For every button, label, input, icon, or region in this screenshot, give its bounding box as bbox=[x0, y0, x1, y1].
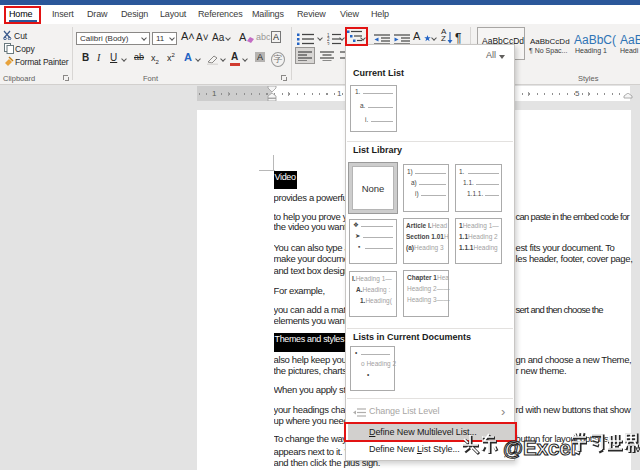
svg-text:3: 3 bbox=[327, 42, 330, 46]
svg-text:@Excel: @Excel bbox=[503, 436, 577, 459]
